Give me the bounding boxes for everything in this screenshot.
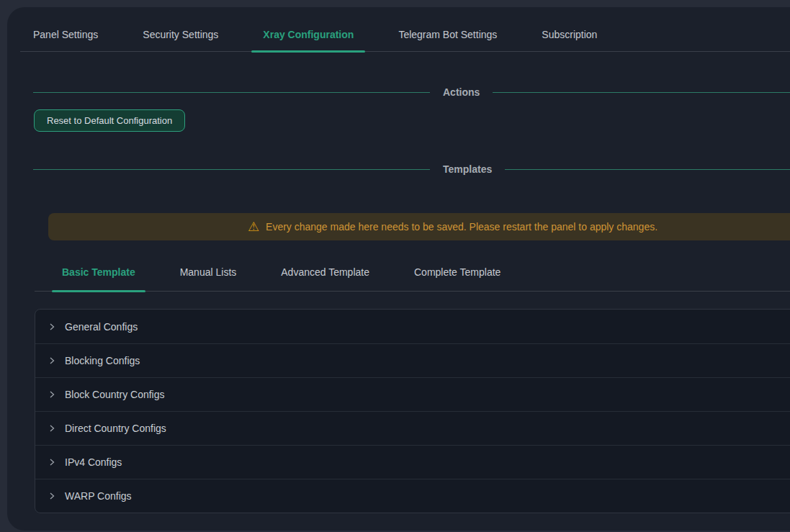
divider-line [493,92,790,93]
collapse-item-label: Block Country Configs [65,389,165,400]
tab-xray-configuration[interactable]: Xray Configuration [263,27,354,42]
actions-divider: Actions [33,85,790,99]
actions-section-title: Actions [443,86,480,98]
divider-line [33,92,430,93]
tab-telegram-bot-settings[interactable]: Telegram Bot Settings [398,27,497,42]
collapse-item-label: Blocking Configs [65,355,140,366]
main-tab-bar: Panel Settings Security Settings Xray Co… [20,7,790,52]
collapse-item-label: WARP Configs [65,490,132,502]
collapse-item-direct-country-configs[interactable]: Direct Country Configs [35,411,790,445]
templates-divider: Templates [33,162,790,176]
chevron-right-icon [48,492,56,500]
chevron-right-icon [48,356,56,365]
collapse-item-warp-configs[interactable]: WARP Configs [35,479,790,513]
tab-panel-settings[interactable]: Panel Settings [33,27,98,42]
warning-alert-message: Every change made here needs to be saved… [266,221,657,233]
tab-subscription[interactable]: Subscription [542,27,597,42]
chevron-right-icon [48,458,56,466]
collapse-item-block-country-configs[interactable]: Block Country Configs [35,377,790,411]
collapse-item-label: Direct Country Configs [65,423,166,434]
tab-basic-template[interactable]: Basic Template [62,265,135,279]
tab-security-settings[interactable]: Security Settings [143,27,218,42]
chevron-right-icon [48,323,56,331]
tab-advanced-template[interactable]: Advanced Template [281,265,369,279]
collapse-item-blocking-configs[interactable]: Blocking Configs [35,343,790,377]
chevron-right-icon [48,390,56,399]
tab-complete-template[interactable]: Complete Template [414,265,501,279]
warning-triangle-icon: ⚠ [248,220,259,233]
collapse-item-label: General Configs [65,321,138,333]
reset-to-default-button[interactable]: Reset to Default Configuration [34,109,185,132]
collapse-item-general-configs[interactable]: General Configs [35,310,790,343]
divider-line [505,169,790,170]
collapse-item-ipv4-configs[interactable]: IPv4 Configs [35,445,790,479]
templates-section-title: Templates [443,163,492,175]
template-tab-bar: Basic Template Manual Lists Advanced Tem… [35,265,790,292]
divider-line [33,169,430,170]
chevron-right-icon [48,424,56,433]
tab-manual-lists[interactable]: Manual Lists [180,265,237,279]
warning-alert: ⚠ Every change made here needs to be sav… [48,213,790,240]
settings-card: Panel Settings Security Settings Xray Co… [7,7,790,531]
collapse-item-label: IPv4 Configs [65,456,122,468]
config-collapse-list: General Configs Blocking Configs Block C… [35,309,790,513]
